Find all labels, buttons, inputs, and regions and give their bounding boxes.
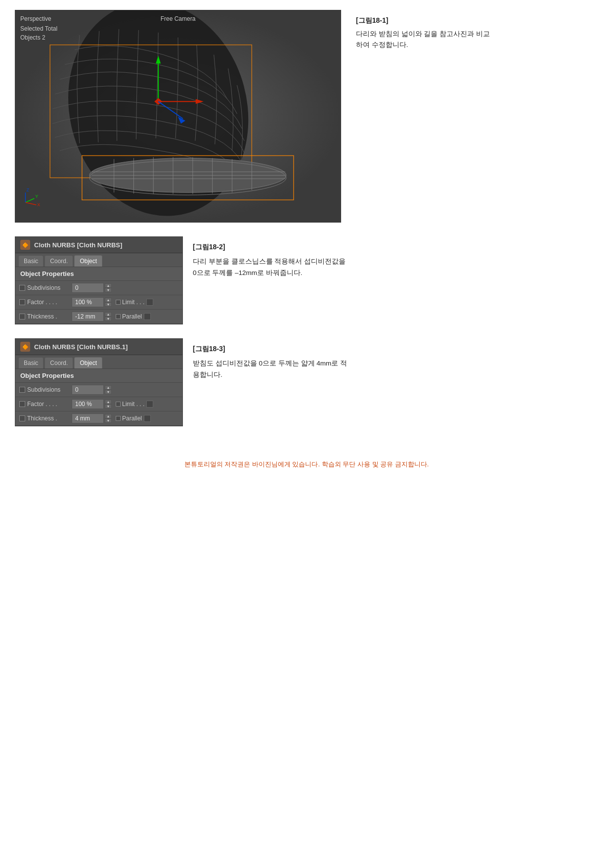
section-2: Cloth NURBS [Cloth NURBS] Basic Coord. O…	[15, 236, 598, 324]
panel-2-tab-coord[interactable]: Coord.	[44, 357, 73, 368]
thickness-value[interactable]: -12 mm	[72, 312, 104, 321]
factor2-checkbox[interactable]	[19, 401, 25, 407]
factor2-spinner[interactable]: ▲ ▼	[105, 400, 112, 409]
limit-label: Limit . . .	[122, 299, 144, 306]
factor-down[interactable]: ▼	[105, 302, 112, 307]
footer: 본튜토리얼의 저작권은 바이진님에게 있습니다. 학습외 무단 사용 및 공유 …	[15, 440, 598, 479]
panel-2-row-subdivisions: Subdivisions 0 ▲ ▼	[15, 383, 182, 397]
caption-3-title: [그림18-3]	[193, 343, 351, 355]
panel-1-title: Cloth NURBS [Cloth NURBS]	[34, 241, 122, 249]
objects-label: Objects 2	[20, 34, 45, 41]
parallel2-toggle[interactable]	[144, 415, 151, 422]
cloth2-icon	[20, 342, 30, 352]
thickness2-spinner[interactable]: ▲ ▼	[105, 414, 112, 423]
subdivisions2-value[interactable]: 0	[72, 385, 104, 395]
limit-toggle[interactable]	[146, 299, 153, 306]
perspective-label: Perspective	[20, 15, 51, 22]
thickness2-parallel: Parallel	[116, 415, 151, 422]
caption-3-text: 받침도 섭디비전값을 0으로 두께는 얇게 4mm로 적용합니다.	[193, 358, 351, 381]
svg-text:Y: Y	[35, 194, 38, 199]
section-1: Perspective Free Camera Selected Total O…	[15, 10, 598, 223]
panel-1-row-subdivisions: Subdivisions 0 ▲ ▼	[15, 281, 182, 295]
thickness-parallel: Parallel	[116, 313, 151, 320]
panel-1-section-title: Object Properties	[15, 267, 182, 281]
panel-2-row-factor: Factor . . . . 100 % ▲ ▼ Limit . . .	[15, 397, 182, 411]
thickness-spinner[interactable]: ▲ ▼	[105, 312, 112, 321]
thickness2-down[interactable]: ▼	[105, 418, 112, 423]
panel-1-tabs: Basic Coord. Object	[15, 253, 182, 267]
parallel-toggle[interactable]	[144, 313, 151, 320]
factor-value[interactable]: 100 %	[72, 297, 104, 307]
selected-total-label: Selected Total	[20, 25, 57, 32]
limit2-checkbox[interactable]	[116, 402, 121, 407]
panel-1-row-factor: Factor . . . . 100 % ▲ ▼ Limit . . .	[15, 295, 182, 310]
caption-2: [그림18-2] 다리 부분을 클로스닙스를 적용해서 섭디비전값을 0으로 두…	[193, 236, 351, 279]
page-container: Perspective Free Camera Selected Total O…	[0, 0, 613, 489]
caption-3: [그림18-3] 받침도 섭디비전값을 0으로 두께는 얇게 4mm로 적용합니…	[193, 338, 351, 381]
thickness2-checkbox[interactable]	[19, 415, 25, 421]
factor2-value[interactable]: 100 %	[72, 399, 104, 409]
parallel2-checkbox[interactable]	[116, 416, 121, 421]
thickness-label: Thickness .	[27, 313, 72, 320]
caption-1: [그림18-1] 다리와 받침의 넓이와 길을 참고사진과 비교하여 수정합니다…	[356, 10, 494, 50]
thickness2-label: Thickness .	[27, 415, 72, 422]
factor-up[interactable]: ▲	[105, 298, 112, 302]
limit-checkbox[interactable]	[116, 300, 121, 305]
parallel-label: Parallel	[122, 313, 142, 320]
cloth-icon	[20, 240, 30, 250]
parallel-checkbox[interactable]	[116, 314, 121, 319]
thickness-checkbox[interactable]	[19, 314, 25, 320]
svg-text:X: X	[37, 202, 40, 207]
panel-2-header: Cloth NURBS [Cloth NURBS.1]	[15, 339, 182, 355]
subdivisions-down[interactable]: ▼	[105, 288, 112, 292]
subdivisions-spinner[interactable]: ▲ ▼	[105, 283, 112, 292]
caption-1-title: [그림18-1]	[356, 15, 494, 26]
subdivisions2-spinner[interactable]: ▲ ▼	[105, 385, 112, 394]
panel-1: Cloth NURBS [Cloth NURBS] Basic Coord. O…	[15, 236, 183, 324]
panel-2-row-thickness: Thickness . 4 mm ▲ ▼ Parallel	[15, 411, 182, 426]
panel-1-tab-coord[interactable]: Coord.	[44, 255, 73, 267]
panel-2-tab-basic[interactable]: Basic	[18, 357, 44, 368]
panel-1-header: Cloth NURBS [Cloth NURBS]	[15, 237, 182, 253]
subdivisions2-checkbox[interactable]	[19, 387, 25, 393]
subdivisions-up[interactable]: ▲	[105, 283, 112, 288]
subdivisions2-down[interactable]: ▼	[105, 390, 112, 394]
subdivisions-value[interactable]: 0	[72, 283, 104, 293]
panel-2-title: Cloth NURBS [Cloth NURBS.1]	[34, 343, 128, 351]
limit2-label: Limit . . .	[122, 401, 144, 408]
subdivisions2-up[interactable]: ▲	[105, 385, 112, 390]
section-3: Cloth NURBS [Cloth NURBS.1] Basic Coord.…	[15, 338, 598, 426]
factor-label: Factor . . . .	[27, 299, 72, 306]
factor2-limit: Limit . . .	[116, 401, 153, 408]
factor-spinner[interactable]: ▲ ▼	[105, 298, 112, 307]
scene-svg: Y X Z	[15, 10, 341, 222]
panel-1-row-thickness: Thickness . -12 mm ▲ ▼ Parallel	[15, 310, 182, 324]
factor2-up[interactable]: ▲	[105, 400, 112, 404]
svg-text:Z: Z	[26, 187, 29, 192]
footer-text: 본튜토리얼의 저작권은 바이진님에게 있습니다. 학습외 무단 사용 및 공유 …	[184, 460, 429, 468]
thickness-down[interactable]: ▼	[105, 317, 112, 321]
thickness2-value[interactable]: 4 mm	[72, 413, 104, 423]
factor-limit: Limit . . .	[116, 299, 153, 306]
factor-checkbox[interactable]	[19, 299, 25, 305]
panel-2-tab-object[interactable]: Object	[74, 357, 102, 368]
caption-2-title: [그림18-2]	[193, 241, 351, 253]
subdivisions-checkbox[interactable]	[19, 285, 25, 291]
factor2-down[interactable]: ▼	[105, 404, 112, 409]
thickness2-up[interactable]: ▲	[105, 414, 112, 418]
panel-2: Cloth NURBS [Cloth NURBS.1] Basic Coord.…	[15, 338, 183, 426]
viewport: Perspective Free Camera Selected Total O…	[15, 10, 341, 223]
panel-2-section-title: Object Properties	[15, 369, 182, 383]
panel-1-tab-object[interactable]: Object	[74, 255, 102, 267]
limit2-toggle[interactable]	[146, 401, 153, 408]
freecamera-label: Free Camera	[161, 15, 196, 22]
factor2-label: Factor . . . .	[27, 401, 72, 408]
subdivisions-label: Subdivisions	[27, 284, 72, 291]
parallel2-label: Parallel	[122, 415, 142, 422]
subdivisions2-label: Subdivisions	[27, 386, 72, 393]
panel-1-tab-basic[interactable]: Basic	[18, 255, 44, 267]
caption-2-text: 다리 부분을 클로스닙스를 적용해서 섭디비전값을 0으로 두께를 –12mm로…	[193, 256, 351, 279]
thickness-up[interactable]: ▲	[105, 312, 112, 317]
caption-1-text: 다리와 받침의 넓이와 길을 참고사진과 비교하여 수정합니다.	[356, 29, 494, 50]
panel-2-tabs: Basic Coord. Object	[15, 355, 182, 369]
